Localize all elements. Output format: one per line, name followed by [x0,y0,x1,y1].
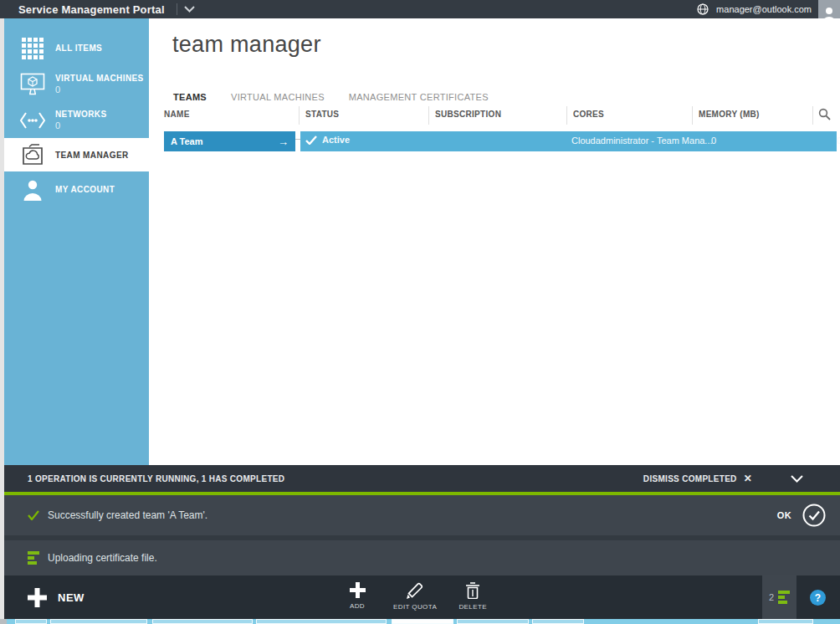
topbar: Service Management Portal manager@outloo… [0,0,840,18]
sidebar-item-team-manager[interactable]: TEAM MANAGER [4,138,149,171]
collapse-drawer-chevron-icon[interactable] [791,475,803,483]
table-row[interactable]: A Team → Active Cloudadministrator - Tea… [164,131,837,151]
sidebar-item-networks[interactable]: NETWORKS 0 [4,102,149,138]
topbar-user-area: manager@outlook.com [697,3,812,15]
dismiss-completed-button[interactable]: DISMISS COMPLETED ✕ [643,473,752,484]
search-icon[interactable] [818,108,831,124]
virtual-machine-icon [17,73,49,95]
edit-quota-button[interactable]: EDIT QUOTA [393,582,437,611]
main-panel: team manager TEAMS VIRTUAL MACHINES MANA… [149,18,840,465]
sidebar-item-virtual-machines[interactable]: VIRTUAL MACHINES 0 [4,66,149,102]
column-divider [299,106,300,125]
close-icon: ✕ [744,473,752,484]
user-email[interactable]: manager@outlook.com [716,4,812,14]
column-header-memory[interactable]: MEMORY (MB) [699,110,760,119]
notification-running: Uploading certificate file. [4,540,840,575]
column-divider [566,106,567,125]
sidebar-item-label: TEAM MANAGER [55,151,129,160]
tab-teams[interactable]: TEAMS [173,92,207,102]
sidebar-item-all-items[interactable]: ALL ITEMS [4,30,149,66]
command-bar: NEW ADD EDIT QUOTA DELETE 2 ? [4,575,840,619]
page-title: team manager [172,32,321,58]
ok-button[interactable]: OK [777,503,827,528]
column-header-cores[interactable]: CORES [573,110,604,119]
table-header: NAME STATUS SUBSCRIPTION CORES MEMORY (M… [149,106,840,125]
check-icon [305,136,317,145]
command-bar-actions: ADD EDIT QUOTA DELETE [343,575,487,619]
app-window: Service Management Portal manager@outloo… [0,0,840,624]
person-icon [17,179,49,201]
desktop-sliver [0,619,840,624]
help-button[interactable]: ? [810,590,826,606]
tab-bar: TEAMS VIRTUAL MACHINES MANAGEMENT CERTIF… [173,92,489,102]
new-button[interactable]: NEW [28,575,85,619]
tab-management-certificates[interactable]: MANAGEMENT CERTIFICATES [349,92,489,102]
row-status: Active [305,135,350,145]
sidebar-item-label: ALL ITEMS [55,43,102,53]
portal-menu-chevron-icon[interactable] [184,6,195,13]
network-icon [17,111,49,130]
sidebar: ALL ITEMS VIRTUAL MACHINES 0 NETWORKS 0 [4,18,149,465]
column-divider [428,106,429,125]
row-arrow-icon[interactable]: → [278,136,289,148]
running-operation-icon [778,591,790,604]
column-divider [692,106,693,125]
trash-icon [465,582,480,599]
success-check-icon [28,510,39,520]
operations-count: 2 [769,592,774,602]
running-operation-icon [28,551,39,565]
notification-text: Uploading certificate file. [48,552,157,564]
sidebar-item-count: 0 [55,120,107,130]
column-header-status[interactable]: STATUS [305,110,339,119]
row-subscription: Cloudadministrator - Team Mana... [571,136,713,146]
delete-button[interactable]: DELETE [458,582,487,611]
row-memory: 0 [837,136,840,146]
grid-icon [17,38,49,59]
running-operations-tile[interactable]: 2 [762,575,796,619]
operations-summary-text: 1 OPERATION IS CURRENTLY RUNNING, 1 HAS … [28,474,284,483]
sidebar-item-count: 0 [55,84,144,95]
column-header-name[interactable]: NAME [164,110,190,119]
plus-icon [28,588,47,607]
app-title: Service Management Portal [18,3,165,16]
row-detail-cells: Active Cloudadministrator - Team Mana...… [300,131,837,151]
notification-text: Successfully created team 'A Team'. [48,509,207,521]
row-cores: 0 [711,136,716,146]
tab-virtual-machines[interactable]: VIRTUAL MACHINES [231,92,325,102]
ok-circle-check-icon [802,503,827,528]
notification-success: Successfully created team 'A Team'. OK [4,495,840,535]
sidebar-item-my-account[interactable]: MY ACCOUNT [4,171,149,207]
sidebar-item-label: VIRTUAL MACHINES [55,74,144,83]
pencil-icon [407,582,423,599]
column-header-subscription[interactable]: SUBSCRIPTION [435,110,501,119]
operations-summary-actions: DISMISS COMPLETED ✕ [643,473,817,484]
globe-icon [697,3,709,15]
operations-summary-bar[interactable]: 1 OPERATION IS CURRENTLY RUNNING, 1 HAS … [4,465,840,492]
sidebar-item-label: MY ACCOUNT [55,185,115,194]
plus-icon [350,582,366,598]
column-divider [812,106,813,125]
topbar-divider [177,3,177,15]
sidebar-item-label: NETWORKS [55,110,107,119]
team-manager-icon [17,143,49,166]
team-name: A Team [171,136,203,146]
add-button[interactable]: ADD [343,582,371,610]
row-name-cell[interactable]: A Team → [164,131,295,151]
